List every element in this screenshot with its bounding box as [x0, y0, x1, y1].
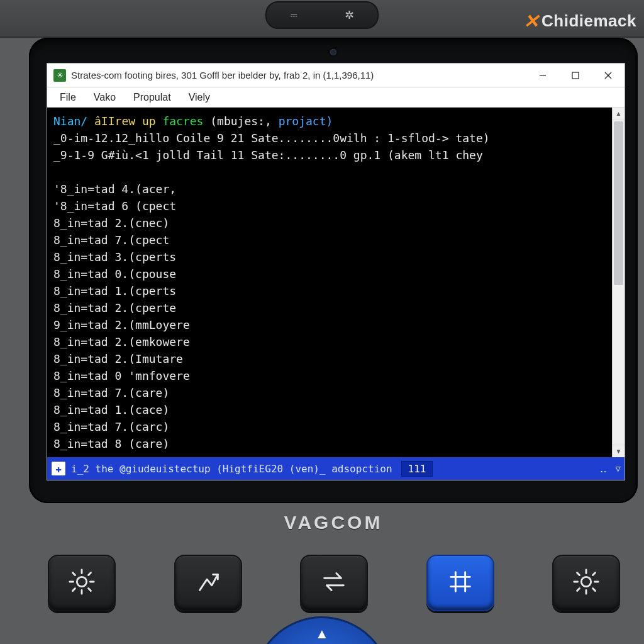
- scroll-thumb[interactable]: [614, 121, 623, 285]
- gear-icon: [67, 567, 96, 599]
- terminal-output[interactable]: Nian/ âIIrew up facres (mbujes:, projact…: [47, 108, 612, 457]
- dpad[interactable]: ▲: [253, 616, 391, 644]
- device-bezel: ✳ Strates-com footing bires, 301 Goffl b…: [29, 38, 638, 503]
- terminal-token: projact): [279, 114, 333, 128]
- usb-icon: ⎓: [291, 9, 297, 22]
- spark-icon: ✲: [345, 8, 354, 22]
- terminal-token: (mbujes:,: [210, 114, 278, 128]
- scroll-down-arrow[interactable]: ▼: [613, 445, 625, 457]
- app-icon: ✳: [53, 69, 66, 82]
- window-title: Strates-com footing bires, 301 Goffl ber…: [71, 70, 526, 80]
- minimize-button[interactable]: [526, 64, 559, 87]
- terminal-token: âIIrew up: [94, 114, 162, 128]
- close-icon: [604, 72, 612, 79]
- statusbar-filter-icon[interactable]: ▽: [616, 464, 621, 474]
- camera-dot: [330, 49, 336, 55]
- app-window: ✳ Strates-com footing bires, 301 Goffl b…: [47, 63, 625, 480]
- scroll-up-arrow[interactable]: ▲: [613, 108, 625, 120]
- window-controls: [526, 64, 625, 87]
- device-top-bar: ⎓ ✲ ✕ Chidiemack: [0, 0, 644, 38]
- svg-point-4: [77, 577, 86, 586]
- menu-propulat[interactable]: Propulat: [126, 91, 179, 104]
- menu-file[interactable]: File: [52, 91, 84, 104]
- vertical-scrollbar[interactable]: ▲ ▼: [612, 108, 625, 457]
- statusbar-number: 111: [401, 461, 433, 477]
- menu-viely[interactable]: Viely: [181, 91, 218, 104]
- menu-vako[interactable]: Vako: [86, 91, 123, 104]
- maximize-icon: [572, 72, 579, 79]
- gear-icon: [572, 567, 601, 599]
- brand-x-icon: ✕: [523, 10, 540, 32]
- maximize-button[interactable]: [559, 64, 592, 87]
- diag-icon: [194, 567, 223, 599]
- grid-icon: [446, 567, 475, 599]
- device-brand-label: VAGCOM: [29, 512, 638, 533]
- statusbar-path: i_2 the @giudeuistectup (HigtfiEG20 (ven…: [71, 463, 392, 475]
- swap-icon: [319, 567, 348, 599]
- brand-top: ✕ Chidiemack: [523, 10, 636, 32]
- dpad-up-icon[interactable]: ▲: [315, 626, 329, 642]
- top-pill: ⎓ ✲: [265, 1, 379, 29]
- terminal-token: facres: [162, 114, 210, 128]
- statusbar: ✚ i_2 the @giudeuistectup (HigtfiEG20 (v…: [47, 457, 625, 480]
- svg-point-5: [581, 577, 591, 586]
- swap-button[interactable]: [300, 555, 368, 611]
- diag-button[interactable]: [174, 555, 242, 611]
- close-button[interactable]: [592, 64, 625, 87]
- statusbar-dots-icon[interactable]: ‥: [600, 463, 607, 475]
- hardware-button-row: [35, 548, 633, 618]
- terminal-token: Nian/: [53, 114, 94, 128]
- statusbar-add-button[interactable]: ✚: [51, 461, 66, 476]
- titlebar[interactable]: ✳ Strates-com footing bires, 301 Goffl b…: [47, 64, 625, 87]
- menubar: File Vako Propulat Viely: [47, 87, 625, 108]
- gear-button-2[interactable]: [552, 555, 620, 611]
- gear-button[interactable]: [48, 555, 116, 611]
- brand-name: Chidiemack: [541, 11, 636, 31]
- minimize-icon: [539, 72, 547, 79]
- svg-rect-1: [572, 72, 579, 79]
- grid-button-blue[interactable]: [426, 555, 494, 611]
